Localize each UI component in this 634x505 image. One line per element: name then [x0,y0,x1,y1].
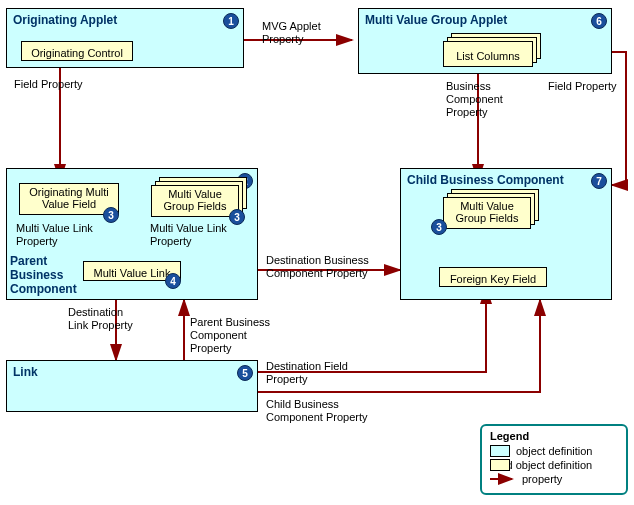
label-list-columns: List Columns [456,45,520,67]
diagram-canvas: Originating Applet 1 Originating Control… [0,0,634,505]
box-link: Link 5 [6,360,258,412]
legend-arrow-icon [490,473,516,485]
label-foreign-key: Foreign Key Field [450,271,536,287]
num-6: 6 [591,13,607,29]
legend-row-object: object definition [490,445,618,457]
label-omv-field: Originating Multi Value Field [20,186,118,210]
child-mvg-fields-child: Multi Value Group Fields [443,197,531,229]
label-mvl-property-right: Multi Value Link Property [150,222,227,248]
child-list-columns: List Columns [443,41,533,67]
legend-label-property: property [522,473,562,485]
label-field-property-right: Field Property [548,80,616,93]
child-originating-control: Originating Control [21,41,133,61]
legend-row-property: property [490,473,618,485]
box-mvg-applet: Multi Value Group Applet 6 List Columns [358,8,612,74]
legend-box: Legend object definition child object de… [480,424,628,495]
legend-swatch-child [490,459,510,471]
label-parent-bc-property: Parent Business Component Property [190,316,270,356]
label-originating-control: Originating Control [31,45,123,61]
legend-swatch-object [490,445,510,457]
num-mvg-parent-3: 3 [229,209,245,225]
label-dest-link-property: Destination Link Property [68,306,133,332]
label-mvl-property-left: Multi Value Link Property [16,222,93,248]
label-mvg-fields-parent: Multi Value Group Fields [152,188,238,212]
label-dest-field-property: Destination Field Property [266,360,348,386]
label-mv-link: Multi Value Link [94,265,171,281]
label-field-property-left: Field Property [14,78,82,91]
title-originating-applet: Originating Applet [13,13,117,27]
label-mvg-applet-property: MVG Applet Property [262,20,321,46]
label-bc-property: Business Component Property [446,80,503,120]
num-omv-3: 3 [103,207,119,223]
label-dest-bc-property: Destination Business Component Property [266,254,369,280]
child-mvg-fields-parent: Multi Value Group Fields [151,185,239,217]
legend-label-object: object definition [516,445,592,457]
title-link: Link [13,365,38,379]
num-mvg-child-3: 3 [431,219,447,235]
child-foreign-key: Foreign Key Field [439,267,547,287]
title-mvg-applet: Multi Value Group Applet [365,13,507,27]
label-mvg-fields-child: Multi Value Group Fields [444,200,530,224]
legend-title: Legend [490,430,618,442]
label-child-bc-property: Child Business Component Property [266,398,368,424]
box-child-bc: Child Business Component 7 Multi Value G… [400,168,612,300]
num-mv-link-4: 4 [165,273,181,289]
num-7: 7 [591,173,607,189]
num-1: 1 [223,13,239,29]
num-5: 5 [237,365,253,381]
legend-row-child: child object definition [490,459,618,471]
box-originating-applet: Originating Applet 1 Originating Control [6,8,244,68]
title-parent-bc: Parent Business Component [10,254,77,296]
title-child-bc: Child Business Component [407,173,564,187]
